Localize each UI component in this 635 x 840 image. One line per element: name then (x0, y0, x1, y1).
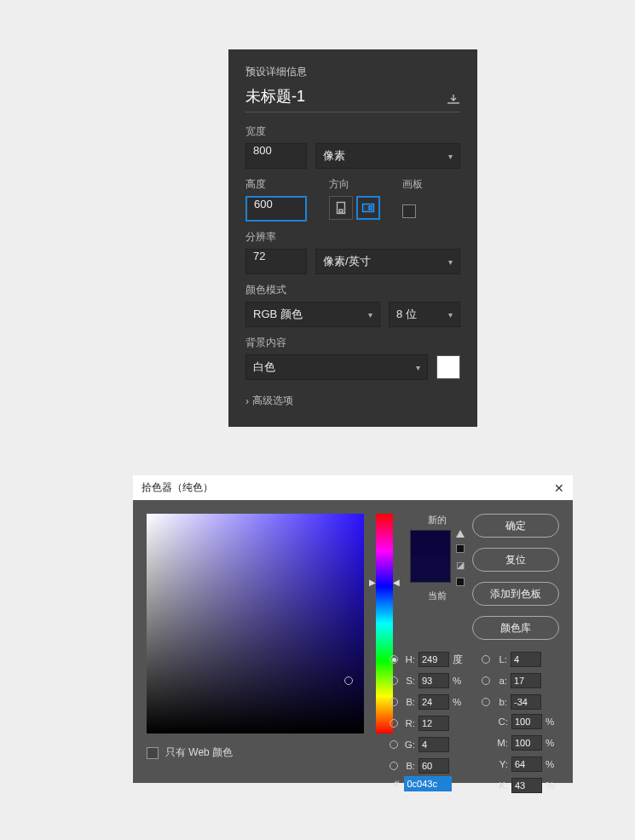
web-colors-checkbox[interactable] (147, 747, 159, 759)
height-label: 高度 (245, 177, 307, 192)
height-input[interactable]: 600 (245, 196, 307, 222)
s-radio[interactable] (390, 676, 398, 685)
saturation-value-field[interactable] (147, 514, 364, 734)
color-library-button[interactable]: 颜色库 (472, 616, 559, 640)
chevron-down-icon: ▾ (448, 310, 453, 319)
l-label: L: (494, 654, 507, 665)
import-preset-icon[interactable] (447, 93, 460, 106)
y-label: Y: (494, 759, 508, 769)
close-icon[interactable]: ✕ (554, 481, 564, 495)
bblue-radio[interactable] (390, 762, 398, 770)
gamut-snap-swatch[interactable] (456, 544, 465, 553)
width-input[interactable]: 800 (245, 143, 307, 169)
orientation-landscape-button[interactable] (356, 196, 380, 220)
dialog-header: 拾色器（纯色） ✕ (133, 475, 573, 500)
chevron-down-icon: ▾ (448, 152, 453, 161)
lab-b-input[interactable]: -34 (511, 694, 541, 710)
bval-radio[interactable] (390, 698, 398, 706)
orientation-portrait-button[interactable] (329, 196, 353, 220)
k-unit: % (546, 780, 557, 791)
m-input[interactable]: 100 (511, 735, 542, 751)
svg-rect-1 (339, 210, 343, 212)
k-input[interactable]: 43 (511, 778, 542, 793)
orientation-label: 方向 (329, 177, 380, 192)
add-to-swatches-button[interactable]: 添加到色板 (472, 582, 559, 606)
websafe-snap-swatch[interactable] (456, 578, 465, 586)
a-input[interactable]: 17 (511, 673, 541, 688)
g-input[interactable]: 4 (419, 737, 449, 752)
resolution-unit-value: 像素/英寸 (323, 254, 371, 269)
h-input[interactable]: 249 (419, 652, 449, 667)
document-title-input[interactable]: 未标题-1 (245, 86, 440, 106)
a-radio[interactable] (482, 676, 490, 685)
bval-label: B: (401, 697, 415, 707)
color-mode-select[interactable]: RGB 颜色 ▾ (245, 302, 380, 327)
bval-input[interactable]: 24 (419, 694, 449, 710)
chevron-down-icon: ▾ (368, 310, 372, 319)
r-input[interactable]: 12 (419, 716, 449, 731)
new-color-label: 新的 (428, 514, 447, 526)
advanced-options-label: 高级选项 (252, 394, 293, 408)
h-radio[interactable] (390, 655, 398, 664)
chevron-down-icon: ▾ (448, 257, 453, 267)
hex-row: # 0c043c (394, 776, 452, 791)
hex-hash-label: # (394, 779, 399, 789)
r-label: R: (401, 718, 415, 728)
current-color-swatch (411, 556, 450, 582)
background-value: 白色 (253, 360, 275, 375)
a-label: a: (494, 676, 507, 686)
reset-button[interactable]: 复位 (472, 548, 559, 572)
artboard-label: 画板 (402, 177, 423, 192)
resolution-unit-select[interactable]: 像素/英寸 ▾ (315, 249, 460, 274)
g-radio[interactable] (390, 740, 398, 749)
svg-rect-3 (369, 206, 372, 210)
ok-button[interactable]: 确定 (472, 514, 559, 538)
cmyk-column: C:100% M:100% Y:64% K:43% (494, 713, 557, 794)
s-input[interactable]: 93 (419, 673, 449, 688)
bblue-input[interactable]: 60 (419, 758, 449, 774)
advanced-options-toggle[interactable]: 高级选项 (245, 394, 460, 408)
title-row: 未标题-1 (245, 86, 460, 112)
sv-cursor-icon (344, 676, 353, 685)
l-input[interactable]: 4 (511, 652, 541, 667)
color-mode-value: RGB 颜色 (253, 307, 303, 322)
web-colors-label: 只有 Web 颜色 (165, 745, 233, 760)
h-label: H: (401, 654, 415, 665)
artboard-checkbox[interactable] (402, 204, 416, 218)
resolution-input[interactable]: 72 (245, 249, 307, 274)
color-bits-select[interactable]: 8 位 ▾ (389, 302, 460, 327)
g-label: G: (401, 739, 415, 750)
background-label: 背景内容 (245, 336, 460, 350)
c-unit: % (546, 716, 557, 727)
hsb-column: H:249度 S:93% B:24% R:12 G:4 B:60 (390, 651, 465, 774)
dialog-title: 拾色器（纯色） (141, 480, 213, 495)
background-swatch[interactable] (436, 355, 460, 379)
h-unit: 度 (453, 653, 465, 666)
k-label: K: (494, 780, 508, 791)
width-unit-select[interactable]: 像素 ▾ (315, 143, 460, 169)
width-unit-value: 像素 (323, 148, 345, 164)
s-unit: % (453, 676, 465, 686)
c-input[interactable]: 100 (511, 714, 542, 729)
l-radio[interactable] (482, 655, 490, 664)
bblue-label: B: (401, 761, 415, 771)
resolution-label: 分辨率 (245, 230, 460, 245)
bval-unit: % (453, 697, 465, 707)
r-radio[interactable] (390, 719, 398, 728)
color-picker-dialog: 拾色器（纯色） ✕ 只有 Web 颜色 ▶◀ 新的 (133, 475, 573, 783)
background-select[interactable]: 白色 ▾ (245, 354, 428, 380)
websafe-warning-icon[interactable]: ◪ (456, 560, 465, 571)
current-color-label: 当前 (428, 590, 447, 602)
color-compare-swatches[interactable] (410, 530, 451, 583)
lab-b-radio[interactable] (482, 698, 490, 706)
gamut-warning-icon[interactable] (456, 530, 465, 538)
y-input[interactable]: 64 (511, 757, 542, 772)
panel-heading: 预设详细信息 (245, 65, 460, 79)
new-color-swatch (411, 531, 450, 556)
s-label: S: (401, 676, 415, 686)
m-label: M: (494, 738, 508, 748)
hex-input[interactable]: 0c043c (404, 776, 452, 791)
lab-b-label: b: (494, 697, 507, 707)
color-bits-value: 8 位 (396, 307, 417, 322)
m-unit: % (546, 738, 557, 748)
